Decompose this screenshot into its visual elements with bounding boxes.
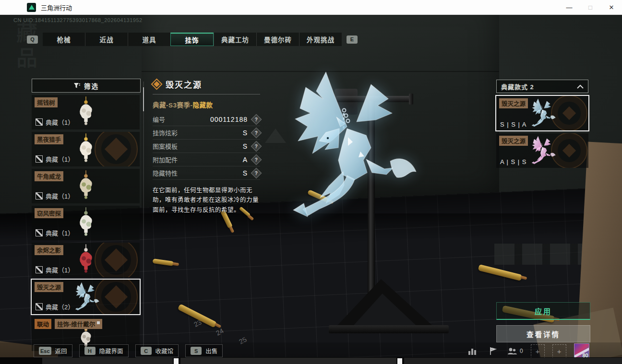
charm-thumbnail: [75, 207, 96, 239]
h-key-icon: H: [84, 347, 96, 355]
next-tab-key-button[interactable]: E: [347, 35, 358, 44]
list-item-night-hunter[interactable]: 黑夜猎手 典藏（1）: [32, 132, 140, 166]
sell-button[interactable]: S 出售: [185, 344, 223, 357]
desktop-thumbnail: [404, 358, 622, 364]
player-level: 80: [582, 352, 588, 357]
item-name-badge: 窃风密探: [35, 208, 63, 218]
tab-melee[interactable]: 近战: [85, 33, 128, 46]
window-titlebar: 三角洲行动 — □ ✕: [0, 0, 622, 15]
tab-firearms[interactable]: 枪械: [43, 33, 85, 46]
desktop-gap: [174, 358, 179, 364]
detail-row-serial: 编号 000112188 ?: [153, 113, 260, 126]
detail-row-pattern-template: 图案模板 S ?: [153, 140, 260, 153]
desktop-thumbnail: [42, 358, 173, 364]
filter-icon: [73, 82, 80, 89]
detail-row-hidden-trait: 隐藏特性 S ?: [153, 166, 260, 180]
hide-ui-button[interactable]: H 隐藏界面: [79, 344, 129, 357]
cn-uid-text: CN UID:184151132775393017868_20260413195…: [13, 17, 143, 23]
collection-count: 典藏（2）: [36, 302, 74, 311]
detail-row-extra-accessory: 附加配件 A ?: [153, 153, 260, 166]
sidebar-scrollbar[interactable]: [143, 82, 144, 346]
item-name-badge: 毁灭之源: [35, 282, 63, 292]
list-item-ember-shadow[interactable]: 余烬之影 典藏（1）: [32, 243, 140, 277]
friends-button[interactable]: 0: [507, 347, 523, 355]
item-name-badge: 余烬之影: [35, 245, 63, 255]
invite-slot-button[interactable]: +: [531, 344, 545, 358]
collection-icon: [36, 192, 43, 200]
help-icon[interactable]: ?: [251, 114, 262, 125]
social-strip: 0 + + 80: [466, 343, 589, 357]
item-description: 在它面前，任何生物都显得渺小而无助，唯有勇敢者才能在这股冰冷的力量面前，寻找生存…: [153, 186, 260, 215]
collection-watermark: 藏品: [10, 22, 40, 72]
list-item-money-tree[interactable]: 摇钱树 典藏（1）: [32, 95, 140, 129]
emblem-watermark: [95, 132, 138, 166]
item-name-badge: 黑夜猎手: [35, 134, 63, 144]
charm-thumbnail: [526, 135, 559, 166]
filter-button[interactable]: 筛选: [32, 79, 141, 93]
tabs-strip: 枪械 近战 道具 挂饰 典藏工坊 曼德尔砖 外观挑战: [43, 33, 342, 46]
prev-tab-key-button[interactable]: Q: [27, 35, 38, 44]
charm-thumbnail: [75, 96, 96, 128]
invite-slot-button[interactable]: +: [552, 344, 566, 358]
detail-title: 毁灭之源: [166, 78, 202, 90]
scrollbar-thumb[interactable]: [143, 87, 144, 111]
window-title: 三角洲行动: [41, 3, 72, 12]
player-avatar[interactable]: 80: [574, 343, 589, 357]
help-icon[interactable]: ?: [251, 141, 262, 152]
style-card-purple[interactable]: 毁灭之源 A | S | S: [496, 133, 588, 168]
help-icon[interactable]: ?: [251, 154, 262, 165]
styles-header[interactable]: 典藏款式 2: [496, 80, 588, 93]
item-name-badge: 毁灭之源: [499, 98, 528, 108]
desktop-gap: [397, 358, 402, 364]
close-icon[interactable]: ✕: [601, 0, 622, 14]
collection-count: 典藏（1）: [36, 154, 74, 164]
friends-icon: [507, 347, 517, 355]
stats-chart-icon[interactable]: [466, 345, 479, 357]
item-name-badge: 毁灭之源: [499, 136, 528, 146]
help-icon[interactable]: ?: [251, 127, 262, 138]
apply-button[interactable]: 应用: [496, 302, 590, 320]
list-item-wind-spy[interactable]: 窃风密探 典藏（1）: [32, 206, 140, 240]
filter-label: 筛选: [84, 81, 99, 91]
tab-collection-workshop[interactable]: 典藏工坊: [214, 33, 256, 46]
back-button[interactable]: Esc 返回: [34, 344, 72, 357]
game-viewport: 23 24 25 CN UID:184151132775393017868_20…: [0, 14, 622, 357]
detail-row-charm-colorway: 挂饰炫彩 S ?: [153, 126, 260, 140]
collection-icon: [36, 229, 43, 236]
list-item-source-of-destruction[interactable]: 毁灭之源 典藏（2）: [32, 280, 140, 314]
collection-hall-button[interactable]: C 收藏馆: [135, 344, 179, 357]
item-name-badge: 摇钱树: [35, 97, 58, 107]
style-stats: A | S | S: [500, 158, 527, 165]
emblem-watermark: [95, 243, 138, 277]
view-details-button[interactable]: 查看详情: [496, 325, 590, 342]
tab-mandel-brick[interactable]: 曼德尔砖: [256, 33, 299, 46]
minimize-icon[interactable]: —: [559, 0, 580, 14]
s-key-icon: S: [191, 347, 202, 355]
collab-badge: 联动: [35, 319, 51, 329]
style-card-ice[interactable]: 毁灭之源 S | S | A: [496, 96, 588, 130]
category-tabs-bar: Q 枪械 近战 道具 挂饰 典藏工坊 曼德尔砖 外观挑战 E: [27, 33, 358, 46]
banner-flag-icon[interactable]: [487, 345, 499, 357]
list-item-horned-dragon[interactable]: 牛角威龙 典藏（1）: [32, 169, 140, 203]
app-logo-icon: [27, 3, 36, 12]
desktop-strip: [0, 357, 622, 364]
tab-charms[interactable]: 挂饰: [170, 33, 214, 46]
item-name-badge: 牛角威龙: [35, 171, 63, 181]
maximize-icon[interactable]: □: [580, 0, 601, 14]
c-key-icon: C: [141, 347, 152, 355]
charm-list: 摇钱树 典藏（1） 黑夜猎手 典藏（1） 牛角威龙 典藏（1）: [32, 95, 140, 351]
detail-panel: 毁灭之源 典藏-S3赛季-隐藏款 编号 000112188 ? 挂饰炫彩 S ?…: [153, 77, 260, 215]
charm-thumbnail: [75, 244, 96, 276]
charm-thumbnail: [75, 133, 96, 165]
collection-icon: [36, 303, 43, 310]
new-marker: [97, 321, 100, 324]
tab-gear[interactable]: 道具: [128, 33, 170, 46]
rarity-line: 典藏-S3赛季-隐藏款: [153, 94, 260, 113]
collection-count: 典藏（1）: [36, 117, 74, 127]
help-icon[interactable]: ?: [251, 167, 262, 178]
charm-3d-model[interactable]: [276, 65, 420, 219]
hotkey-bar: Esc 返回 H 隐藏界面 C 收藏馆 S 出售: [34, 344, 223, 357]
charm-thumbnail: [526, 97, 559, 129]
tab-appearance-challenge[interactable]: 外观挑战: [299, 33, 342, 46]
desktop-thumbnail: [180, 358, 396, 364]
